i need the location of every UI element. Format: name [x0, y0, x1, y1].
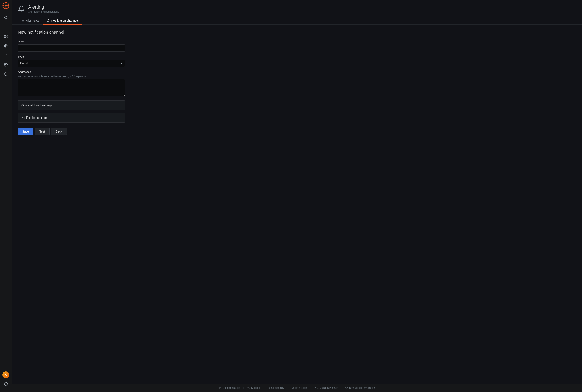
addresses-textarea[interactable]: [18, 79, 125, 96]
sidebar-item-help[interactable]: [2, 380, 10, 388]
type-select[interactable]: Email Slack PagerDuty Webhook OpsGenie V…: [18, 60, 125, 67]
tab-notification-channels[interactable]: Notification channels: [43, 17, 82, 24]
svg-point-2: [5, 5, 7, 7]
svg-point-17: [5, 64, 6, 66]
chevron-right-icon: ›: [120, 104, 122, 107]
back-button[interactable]: Back: [51, 128, 67, 135]
name-field-group: Name: [18, 40, 576, 52]
sidebar-item-alerting[interactable]: [2, 51, 10, 60]
grafana-logo[interactable]: [2, 2, 10, 10]
footer-sep-5: |: [342, 386, 342, 390]
page-title: Alerting: [28, 4, 59, 10]
footer-sep-1: |: [244, 386, 244, 390]
footer-open-source-label: Open Source: [292, 386, 307, 390]
tab-alert-rules[interactable]: Alert rules: [18, 17, 43, 24]
sidebar-item-dashboards[interactable]: [2, 32, 10, 41]
svg-point-7: [4, 16, 7, 19]
form-area: New notification channel Name Type Email…: [12, 25, 582, 140]
sidebar-item-shield[interactable]: [2, 70, 10, 78]
tabs-bar: Alert rules Notification channels: [12, 17, 582, 25]
addresses-field-group: Addresses You can enter multiple email a…: [18, 70, 576, 97]
form-title: New notification channel: [18, 30, 576, 35]
optional-email-settings: Optional Email settings ›: [18, 100, 125, 110]
footer-sep-4: |: [310, 386, 311, 390]
page-content: Alerting Alert rules and notifications A…: [12, 0, 582, 384]
alerting-icon: [18, 5, 25, 12]
svg-point-15: [4, 44, 7, 48]
addresses-label: Addresses: [18, 70, 576, 74]
sidebar-item-search[interactable]: [2, 13, 10, 22]
page-header-text: Alerting Alert rules and notifications: [28, 4, 59, 13]
optional-email-settings-label: Optional Email settings: [22, 104, 52, 107]
type-label: Type: [18, 55, 576, 58]
name-label: Name: [18, 40, 576, 43]
main-content: Alerting Alert rules and notifications A…: [12, 0, 582, 392]
notification-settings-label: Notification settings: [22, 116, 48, 120]
svg-marker-16: [5, 45, 6, 46]
svg-rect-14: [6, 37, 7, 38]
footer-documentation[interactable]: Documentation: [219, 386, 240, 390]
page-header: Alerting Alert rules and notifications: [12, 0, 582, 13]
svg-rect-12: [6, 35, 7, 36]
footer-support[interactable]: Support: [248, 386, 260, 390]
test-button[interactable]: Test: [35, 128, 50, 135]
footer-version: v8.0.3 (cae5c5e46b): [314, 386, 338, 390]
sidebar-item-settings[interactable]: [2, 60, 10, 69]
footer-support-label: Support: [251, 386, 260, 390]
sidebar-item-add[interactable]: [2, 23, 10, 31]
page-subtitle: Alert rules and notifications: [28, 10, 59, 13]
user-avatar[interactable]: A: [2, 372, 9, 378]
footer-documentation-label: Documentation: [222, 386, 240, 390]
footer-sep-3: |: [288, 386, 288, 390]
svg-rect-11: [4, 35, 5, 36]
sidebar-item-explore[interactable]: [2, 42, 10, 50]
sidebar: A: [0, 0, 12, 392]
footer-community[interactable]: Community: [268, 386, 284, 390]
svg-rect-13: [4, 37, 5, 38]
addresses-hint: You can enter multiple email addresses u…: [18, 75, 576, 78]
name-input[interactable]: [18, 44, 125, 52]
chevron-right-icon-2: ›: [120, 116, 122, 119]
footer-open-source[interactable]: Open Source: [292, 386, 307, 390]
footer-sep-2: |: [264, 386, 264, 390]
notification-settings-header[interactable]: Notification settings ›: [18, 113, 125, 122]
optional-email-settings-header[interactable]: Optional Email settings ›: [18, 100, 125, 110]
form-buttons: Save Test Back: [18, 128, 576, 135]
footer-community-label: Community: [271, 386, 284, 390]
svg-point-28: [268, 387, 269, 388]
svg-line-8: [6, 18, 7, 19]
type-field-group: Type Email Slack PagerDuty Webhook OpsGe…: [18, 55, 576, 67]
save-button[interactable]: Save: [18, 128, 33, 135]
footer-new-version[interactable]: New version available!: [346, 386, 375, 390]
footer: Documentation | Support | Community | Op…: [12, 384, 582, 392]
footer-new-version-label: New version available!: [349, 386, 375, 390]
notification-settings: Notification settings ›: [18, 113, 125, 123]
